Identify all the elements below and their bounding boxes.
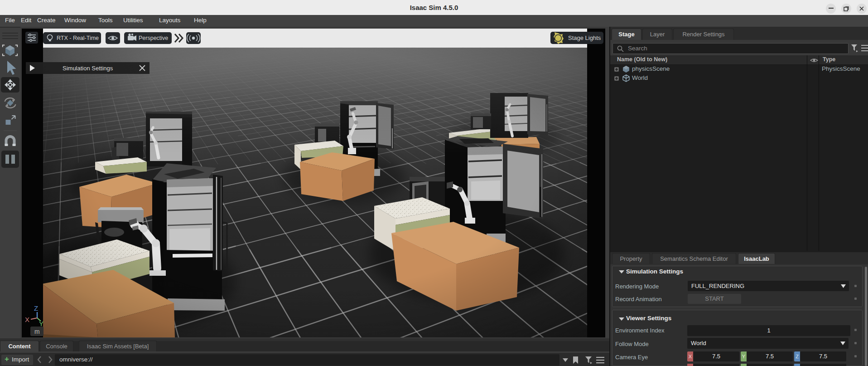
svg-text:Perspective: Perspective	[139, 35, 168, 41]
svg-text:Stage Lights: Stage Lights	[568, 34, 601, 41]
svg-text:X: X	[25, 316, 29, 323]
svg-text:Z: Z	[34, 304, 38, 312]
svg-text:Y: Y	[39, 320, 43, 327]
svg-text:RTX - Real-Time: RTX - Real-Time	[57, 35, 99, 41]
svg-text:m: m	[34, 328, 40, 335]
svg-text:Simulation Settings: Simulation Settings	[63, 65, 113, 72]
